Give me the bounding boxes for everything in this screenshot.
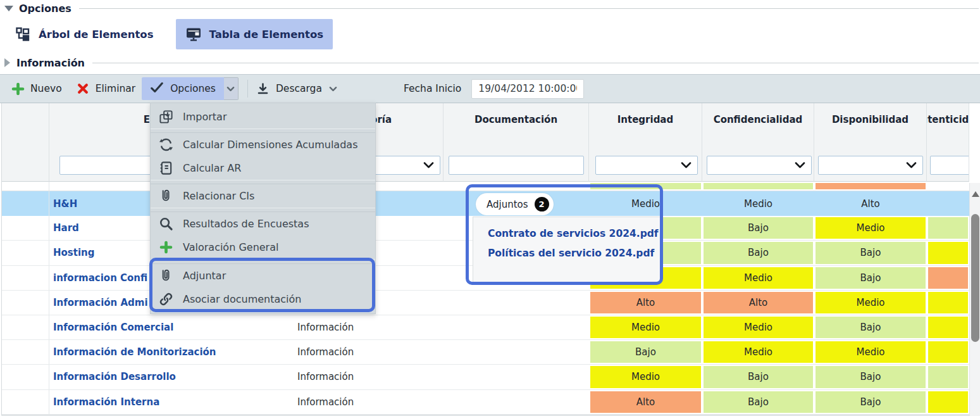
descarga-dropdown-arrow-icon xyxy=(329,86,337,92)
attachment-link[interactable]: Contrato de servicios 2024.pdf xyxy=(488,228,661,239)
adjuntos-panel: Contrato de servicios 2024.pdfPolíticas … xyxy=(473,217,662,282)
expand-arrow-icon[interactable] xyxy=(4,58,10,67)
cell-integridad xyxy=(589,182,702,191)
opciones-dropdown-arrow-icon[interactable] xyxy=(224,77,239,100)
download-icon xyxy=(256,82,270,96)
column-header-integridad[interactable]: Integridad xyxy=(589,103,702,149)
cell-disponibilidad: Medio xyxy=(814,340,927,364)
filter-input-autenticidad[interactable] xyxy=(930,156,969,175)
elemento-cell: Información Interna xyxy=(49,390,288,414)
chevron-down-icon xyxy=(795,162,805,168)
cell-autenticidad xyxy=(927,182,969,191)
menu-item-valoración-general[interactable]: Valoración General xyxy=(151,236,375,259)
scrollbar-thumb[interactable] xyxy=(971,214,979,342)
vertical-scrollbar[interactable] xyxy=(969,183,980,416)
filter-select-disponibilidad[interactable] xyxy=(818,156,923,175)
filter-select-integridad[interactable] xyxy=(595,156,698,175)
menu-item-importar[interactable]: Importar xyxy=(151,105,375,129)
cell-disponibilidad: Medio xyxy=(814,216,927,240)
cell-autenticidad xyxy=(927,390,969,414)
eliminar-label: Eliminar xyxy=(96,83,136,94)
cell-confidencialidad: Bajo xyxy=(702,365,814,389)
eliminar-button[interactable]: Eliminar xyxy=(76,82,136,96)
section-informacion: Información xyxy=(0,55,980,70)
descarga-button[interactable]: Descarga xyxy=(256,82,337,96)
section-divider xyxy=(79,8,979,9)
cell-confidencialidad: Medio xyxy=(702,340,814,364)
table-row-informaci-n-de-monitorizaci-n[interactable]: Información de MonitorizaciónInformación… xyxy=(1,340,969,365)
chevron-down-icon xyxy=(906,162,917,168)
column-header-confidencialidad[interactable]: Confidencialidad xyxy=(702,103,814,149)
opciones-button[interactable]: Opciones xyxy=(142,77,224,100)
documentacion-cell xyxy=(443,340,589,364)
column-header-autenticidad[interactable]: Autenticidad xyxy=(927,103,969,149)
cell-integridad: Alto xyxy=(589,291,702,315)
refresh-icon xyxy=(159,137,173,152)
plus-icon xyxy=(159,240,173,255)
fecha-inicio-input[interactable] xyxy=(471,79,584,99)
table-row-informaci-n-interna[interactable]: Información InternaInformaciónAltoBajoBa… xyxy=(1,390,969,415)
cell-disponibilidad: Bajo xyxy=(814,365,927,389)
menu-item-adjuntar[interactable]: Adjuntar xyxy=(151,264,375,287)
cell-disponibilidad: Bajo xyxy=(814,390,927,414)
cell-disponibilidad: Alto xyxy=(814,191,927,216)
menu-item-asociar-documentación[interactable]: Asociar documentación xyxy=(151,287,375,311)
monitor-icon xyxy=(185,26,202,42)
scroll-up-arrow-icon[interactable] xyxy=(972,191,979,197)
table-left-border xyxy=(1,103,2,415)
cell-integridad: Medio xyxy=(589,191,702,216)
categoria-cell: Información xyxy=(288,315,443,339)
cell-integridad: Alto xyxy=(589,390,702,414)
filter-cell-disponibilidad xyxy=(814,149,927,182)
menu-item-label: Resultados de Encuestas xyxy=(183,218,309,230)
menu-item-label: Valoración General xyxy=(183,241,278,253)
row-gutter-cell xyxy=(1,315,49,339)
documentacion-cell xyxy=(443,291,589,315)
cell-disponibilidad: Bajo xyxy=(814,266,927,290)
link-icon xyxy=(159,292,173,306)
paperclip-icon xyxy=(159,189,173,203)
table-row-informaci-n-admi[interactable]: Información AdmiAltoAltoMedio xyxy=(1,291,969,315)
cell-disponibilidad: Bajo xyxy=(814,241,927,265)
adjuntos-label: Adjuntos xyxy=(487,199,528,210)
cell-confidencialidad: Medio xyxy=(702,266,814,290)
cell-disponibilidad xyxy=(814,182,927,191)
cell-confidencialidad: Medio xyxy=(702,191,814,216)
row-gutter-cell xyxy=(1,241,49,265)
filter-select-confidencialidad[interactable] xyxy=(707,156,812,175)
table-row-informaci-n-desarrollo[interactable]: Información DesarrolloInformaciónMedioBa… xyxy=(1,365,969,389)
filter-input-documentacion[interactable] xyxy=(449,156,584,175)
row-gutter-cell xyxy=(1,191,49,216)
menu-item-calcular-ar[interactable]: Calcular AR xyxy=(151,156,375,180)
menu-item-relacionar-cis[interactable]: Relacionar CIs xyxy=(151,184,375,208)
tab-arbol-de-elementos[interactable]: Árbol de Elementos xyxy=(5,19,163,49)
column-header-documentacion[interactable]: Documentación xyxy=(443,103,589,149)
table-row-partial[interactable] xyxy=(1,182,969,191)
menu-separator xyxy=(151,129,375,133)
adjuntos-badge[interactable]: Adjuntos 2 xyxy=(476,193,554,215)
document-icon xyxy=(159,161,173,175)
menu-item-resultados-de-encuestas[interactable]: Resultados de Encuestas xyxy=(151,212,375,236)
descarga-label: Descarga xyxy=(276,83,322,94)
nuevo-label: Nuevo xyxy=(30,83,62,94)
toolbar: Nuevo Eliminar Opciones Descarga Fecha I… xyxy=(0,74,980,103)
chevron-down-icon xyxy=(681,162,692,168)
table-row-informaci-n-comercial[interactable]: Información ComercialInformaciónMedioMed… xyxy=(1,315,969,340)
cell-autenticidad xyxy=(927,291,969,315)
row-gutter-cell xyxy=(1,291,49,315)
cell-autenticidad xyxy=(927,340,969,364)
cell-disponibilidad: Bajo xyxy=(814,315,927,339)
collapse-arrow-icon[interactable] xyxy=(4,6,13,11)
section-title-opciones: Opciones xyxy=(19,3,71,15)
tab-tabla-de-elementos[interactable]: Tabla de Elementos xyxy=(176,19,333,49)
menu-item-calcular-dimensiones-acumuladas[interactable]: Calcular Dimensiones Acumuladas xyxy=(151,133,375,156)
fecha-inicio-label: Fecha Inicio xyxy=(404,83,461,94)
cell-confidencialidad: Bajo xyxy=(702,390,814,414)
column-header-disponibilidad[interactable]: Disponibilidad xyxy=(814,103,927,149)
filter-cell-autenticidad xyxy=(927,149,969,182)
chevron-down-icon xyxy=(423,162,434,168)
table-filter-row xyxy=(1,149,969,182)
attachment-link[interactable]: Políticas del servicio 2024.pdf xyxy=(488,248,661,259)
filter-cell-integridad xyxy=(589,149,702,182)
nuevo-button[interactable]: Nuevo xyxy=(11,82,62,96)
